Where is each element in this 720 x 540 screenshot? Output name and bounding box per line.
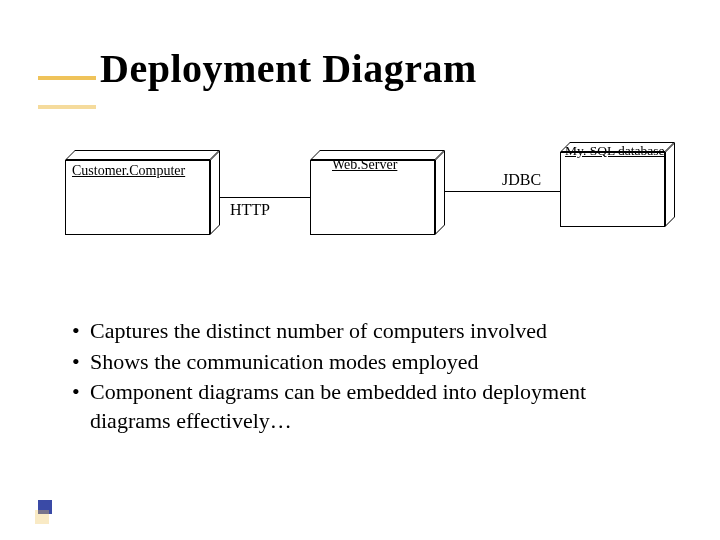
node-box-top (65, 150, 220, 160)
bullet-list: Captures the distinct number of computer… (68, 317, 668, 437)
node-label: Web.Server (332, 157, 397, 173)
bullet-item: Shows the communication modes employed (68, 348, 668, 377)
title-accent-bar-2 (38, 105, 96, 109)
footer-marker-icon (38, 500, 52, 514)
connection-line-http (220, 197, 310, 198)
deployment-diagram: Customer.Computer Web.Server My. SQL dat… (0, 135, 720, 265)
node-box-front (560, 152, 665, 227)
bullet-item: Component diagrams can be embedded into … (68, 378, 668, 435)
connection-label-jdbc: JDBC (502, 171, 541, 189)
title-wrap: Deployment Diagram (100, 45, 477, 92)
slide: Deployment Diagram Customer.Computer Web… (0, 0, 720, 540)
slide-title: Deployment Diagram (100, 45, 477, 92)
title-accent-bar (38, 76, 96, 80)
bullet-item: Captures the distinct number of computer… (68, 317, 668, 346)
node-label: My. SQL database (565, 143, 664, 159)
node-box-side (665, 142, 675, 227)
node-box-side (435, 150, 445, 235)
node-label: Customer.Computer (72, 163, 185, 179)
connection-line-jdbc (445, 191, 560, 192)
node-box-side (210, 150, 220, 235)
connection-label-http: HTTP (230, 201, 270, 219)
